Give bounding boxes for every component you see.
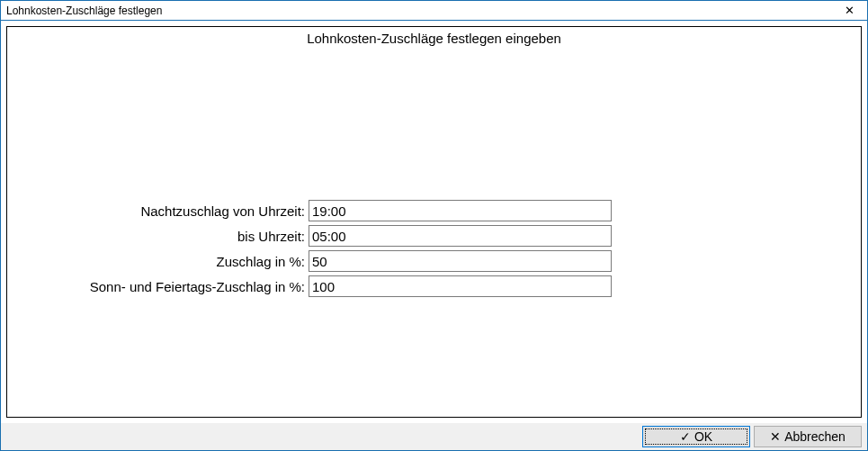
cancel-button-label: Abbrechen (784, 429, 846, 444)
ok-button[interactable]: ✓ OK (642, 426, 750, 447)
label-surcharge-percent: Zuschlag in %: (7, 254, 309, 269)
content-panel: Lohnkosten-Zuschläge festlegen eingeben … (6, 26, 862, 418)
input-night-to[interactable] (309, 225, 612, 247)
row-night-from: Nachtzuschlag von Uhrzeit: (7, 198, 861, 223)
row-holiday-percent: Sonn- und Feiertags-Zuschlag in %: (7, 274, 861, 299)
row-night-to: bis Uhrzeit: (7, 223, 861, 248)
client-area: Lohnkosten-Zuschläge festlegen eingeben … (1, 21, 867, 450)
button-bar: ✓ OK ✕ Abbrechen (1, 423, 867, 450)
ok-button-label: OK (694, 429, 712, 444)
label-night-from: Nachtzuschlag von Uhrzeit: (7, 203, 309, 219)
cancel-button[interactable]: ✕ Abbrechen (754, 426, 862, 447)
cross-icon: ✕ (770, 430, 781, 443)
page-heading: Lohnkosten-Zuschläge festlegen eingeben (7, 31, 861, 46)
check-icon: ✓ (680, 430, 691, 443)
input-holiday-percent[interactable] (309, 275, 612, 297)
input-surcharge-percent[interactable] (309, 250, 612, 272)
titlebar: Lohnkosten-Zuschläge festlegen ✕ (1, 1, 867, 21)
window-title: Lohnkosten-Zuschläge festlegen (6, 5, 831, 17)
label-holiday-percent: Sonn- und Feiertags-Zuschlag in %: (7, 279, 309, 294)
form: Nachtzuschlag von Uhrzeit: bis Uhrzeit: … (7, 198, 861, 299)
close-icon: ✕ (845, 4, 855, 17)
label-night-to: bis Uhrzeit: (7, 229, 309, 244)
dialog-window: Lohnkosten-Zuschläge festlegen ✕ Lohnkos… (0, 0, 868, 451)
input-night-from[interactable] (309, 200, 612, 221)
close-button[interactable]: ✕ (831, 1, 867, 20)
row-surcharge-percent: Zuschlag in %: (7, 248, 861, 274)
